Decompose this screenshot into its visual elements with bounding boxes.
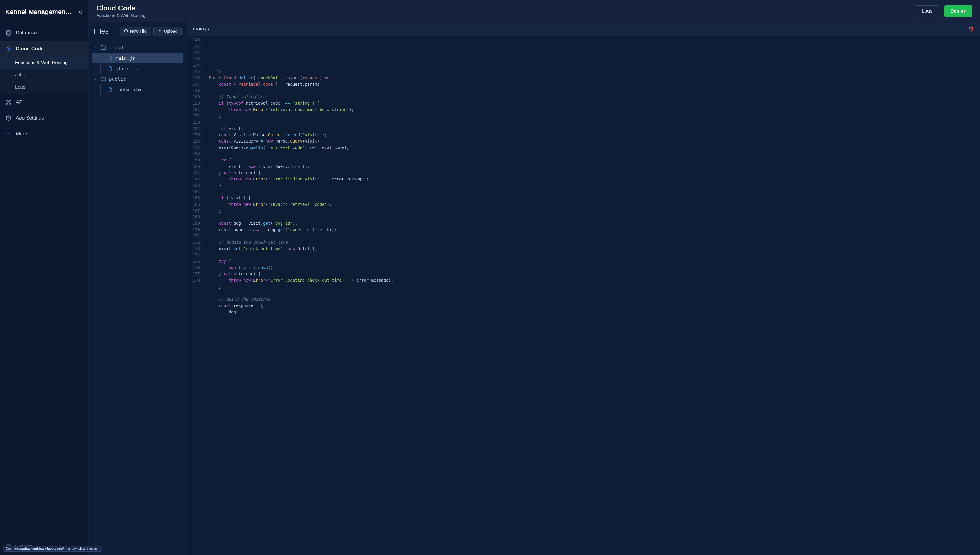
file-icon bbox=[106, 55, 113, 61]
logs-button[interactable]: Logs bbox=[915, 5, 939, 17]
svg-point-9 bbox=[10, 133, 11, 134]
svg-point-4 bbox=[6, 103, 7, 104]
code-body[interactable]: */Parse.Cloud.define('checkOut', async (… bbox=[206, 36, 980, 555]
app-name: Kennel Management ... bbox=[5, 8, 72, 16]
nav-app-settings-label: App Settings bbox=[16, 115, 44, 121]
svg-point-3 bbox=[10, 100, 11, 101]
svg-point-6 bbox=[8, 117, 9, 119]
topbar: Cloud Code Functions & Web Hosting Logs … bbox=[89, 0, 980, 22]
open-link-tooltip: Open https://backend.back4app.com/# in a… bbox=[3, 546, 102, 552]
nav-sub-logs[interactable]: Logs bbox=[0, 81, 88, 93]
cloud-upload-icon bbox=[5, 45, 12, 52]
nav-api[interactable]: API bbox=[0, 95, 88, 110]
new-file-button[interactable]: New File bbox=[120, 27, 151, 36]
gear-icon bbox=[5, 115, 12, 121]
collapse-sidebar-button[interactable] bbox=[77, 8, 84, 16]
svg-point-5 bbox=[10, 103, 11, 104]
files-header: Files New File Upload bbox=[89, 22, 187, 41]
editor-panel: main.js 140141▸142143144145▸146147148149… bbox=[187, 22, 980, 555]
nav-database[interactable]: Database bbox=[0, 25, 88, 41]
nav-cloud-code[interactable]: Cloud Code bbox=[0, 41, 88, 56]
files-panel: Files New File Upload ▾ bbox=[89, 22, 187, 555]
tree-file-utils-js[interactable]: utils.js bbox=[92, 63, 183, 74]
upload-button[interactable]: Upload bbox=[153, 27, 182, 36]
editor-tabbar: main.js bbox=[187, 22, 980, 36]
tree-file-main-js[interactable]: main.js bbox=[92, 53, 183, 63]
page-subtitle: Functions & Web Hosting bbox=[96, 13, 146, 18]
delete-file-button[interactable] bbox=[968, 26, 974, 32]
nav-sub-jobs[interactable]: Jobs bbox=[0, 69, 88, 81]
line-numbers: 140141▸142143144145▸14614714814915015115… bbox=[187, 36, 206, 555]
svg-point-7 bbox=[6, 133, 7, 134]
svg-point-8 bbox=[8, 133, 9, 134]
caret-down-icon: ▾ bbox=[95, 77, 97, 81]
topbar-title-block: Cloud Code Functions & Web Hosting bbox=[96, 4, 146, 18]
tree-file-index-html[interactable]: index.html bbox=[92, 84, 183, 95]
nav: Database Cloud Code Functions & Web Host… bbox=[0, 25, 88, 142]
tree-folder-cloud[interactable]: ▾ cloud bbox=[92, 42, 183, 53]
svg-point-2 bbox=[6, 100, 7, 101]
files-actions: New File Upload bbox=[120, 27, 182, 36]
file-tree: ▾ cloud main.js utils.js bbox=[89, 41, 187, 96]
sidebar: Kennel Management ... Database Cloud Cod… bbox=[0, 0, 89, 555]
page-title: Cloud Code bbox=[96, 4, 146, 12]
files-title: Files bbox=[94, 27, 109, 35]
sidebar-header: Kennel Management ... bbox=[0, 0, 88, 24]
main: Cloud Code Functions & Web Hosting Logs … bbox=[89, 0, 980, 555]
file-icon bbox=[106, 65, 113, 72]
caret-down-icon: ▾ bbox=[95, 46, 97, 49]
folder-icon bbox=[100, 75, 107, 82]
upload-icon bbox=[157, 29, 162, 34]
api-icon bbox=[5, 99, 12, 106]
nav-more-label: More bbox=[16, 131, 27, 137]
folder-icon bbox=[100, 44, 107, 51]
deploy-button[interactable]: Deploy bbox=[944, 5, 972, 17]
nav-sub-functions[interactable]: Functions & Web Hosting bbox=[0, 56, 88, 69]
code-editor[interactable]: 140141▸142143144145▸14614714814915015115… bbox=[187, 36, 980, 555]
plus-circle-icon bbox=[124, 29, 129, 34]
ellipsis-icon bbox=[5, 131, 12, 137]
nav-api-label: API bbox=[16, 99, 24, 105]
nav-database-label: Database bbox=[16, 30, 37, 36]
tree-folder-public[interactable]: ▾ public bbox=[92, 74, 183, 84]
content: Files New File Upload ▾ bbox=[89, 22, 980, 555]
file-icon bbox=[106, 86, 113, 93]
nav-cloud-code-label: Cloud Code bbox=[16, 46, 43, 51]
nav-more[interactable]: More bbox=[0, 126, 88, 142]
topbar-actions: Logs Deploy bbox=[915, 5, 972, 17]
editor-tab[interactable]: main.js bbox=[193, 26, 209, 32]
svg-point-0 bbox=[6, 30, 10, 32]
nav-cloud-code-group: Cloud Code Functions & Web Hosting Jobs … bbox=[0, 41, 88, 95]
database-icon bbox=[5, 30, 12, 36]
nav-app-settings[interactable]: App Settings bbox=[0, 110, 88, 126]
